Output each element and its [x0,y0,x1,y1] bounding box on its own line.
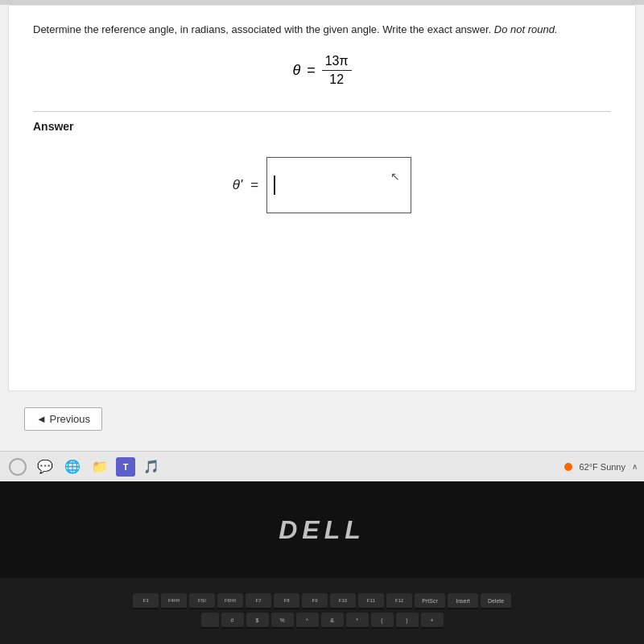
text-cursor [274,175,275,195]
numerator-text: 13π [325,54,349,68]
key-ampersand[interactable]: & [321,613,344,629]
key-f9[interactable]: F9 [302,593,328,609]
previous-button[interactable]: ◄ Previous [24,407,102,431]
question-text: Determine the reference angle, in radian… [33,22,611,38]
answer-label: Answer [33,120,611,133]
key-insert[interactable]: Insert [448,593,478,609]
keyboard-row-2: # $ % ^ & * ( ) + [201,613,444,629]
chat-icon[interactable]: 💬 [34,456,56,478]
key-f12[interactable]: F12 [386,593,412,609]
formula-container: θ = 13π 12 [33,54,611,87]
files-icon[interactable]: 📁 [89,456,111,478]
key-rparen[interactable]: ) [396,613,419,629]
fraction: 13π 12 [322,54,352,87]
key-f6[interactable]: F6HH [217,593,243,609]
key-asterisk[interactable]: * [346,613,369,629]
key-plus[interactable]: + [421,613,444,629]
spotify-icon[interactable]: 🎵 [140,456,163,478]
denominator: 12 [326,71,347,87]
teams-icon[interactable]: T [116,457,135,477]
taskbar-right: 62°F Sunny ∧ [564,462,638,472]
answer-equals: = [250,177,258,193]
question-main: Determine the reference angle, in radian… [33,23,491,35]
section-divider [33,111,611,112]
key-f3[interactable]: F3 [133,593,159,609]
key-f10[interactable]: F10 [330,593,356,609]
key-delete[interactable]: Delete [481,593,511,609]
bottom-nav: ◄ Previous [8,403,636,435]
key-f11[interactable]: F11 [358,593,384,609]
key-caret[interactable]: ^ [296,613,319,629]
theta-symbol: θ [292,62,300,79]
key-hash[interactable]: # [221,613,244,629]
content-area: Determine the reference angle, in radian… [8,5,636,391]
theta-prime: θ' [233,177,242,193]
key-blank-left[interactable] [201,613,219,629]
keyboard-row-1: F3 F4HH F5II F6HH F7 F8 F9 F10 F11 F12 P… [133,593,511,609]
question-italic: Do not round. [494,23,558,35]
numerator: 13π [322,54,352,71]
weather-dot [564,463,572,471]
answer-area: θ' = ↖ [33,157,611,213]
formula-equals: = [307,62,316,79]
denominator-text: 12 [329,72,344,86]
key-f7[interactable]: F7 [246,593,271,609]
dell-logo: DELL [279,515,365,545]
key-lparen[interactable]: ( [371,613,394,629]
dell-area: DELL [0,481,644,578]
key-f5[interactable]: F5II [189,593,215,609]
keyboard-area: F3 F4HH F5II F6HH F7 F8 F9 F10 F11 F12 P… [0,578,644,644]
key-f8[interactable]: F8 [274,593,299,609]
weather-text: 62°F Sunny [579,462,625,472]
taskbar: 💬 🌐 📁 T 🎵 62°F Sunny ∧ [0,451,644,481]
formula: θ = 13π 12 [292,54,351,87]
answer-input-box[interactable]: ↖ [266,157,411,213]
key-percent[interactable]: % [271,613,294,629]
key-prtscr[interactable]: PrtScr [415,593,445,609]
edge-icon[interactable]: 🌐 [61,456,84,478]
caret-icon: ∧ [632,462,638,471]
key-f4[interactable]: F4HH [161,593,187,609]
answer-input-row: θ' = ↖ [233,157,411,213]
search-icon[interactable] [6,456,29,478]
screen: Determine the reference angle, in radian… [0,0,644,451]
key-dollar[interactable]: $ [246,613,269,629]
